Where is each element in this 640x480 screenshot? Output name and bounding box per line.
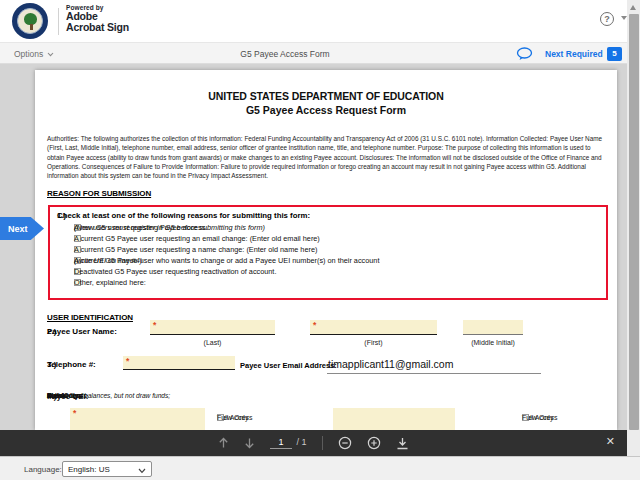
chevron-down-icon	[138, 467, 146, 476]
zoom-out-button[interactable]	[338, 436, 352, 450]
reason-required-highlight-box: 1.)Check at least one of the following r…	[48, 205, 608, 300]
required-asterisk: *	[126, 356, 129, 366]
reason-row-reactivation: Deactivated G5 Payee user requesting rea…	[74, 266, 600, 276]
required-asterisk: *	[153, 320, 156, 330]
required-asterisk: *	[73, 408, 76, 418]
brand-acrobat-sign: Acrobat Sign	[66, 22, 129, 33]
question-2-text: Payee User Name:	[47, 327, 117, 336]
question-3-text: Telephone #:	[47, 360, 96, 369]
reason-row-other: Other, explained here:	[74, 277, 600, 287]
seal-tree-trunk	[30, 24, 33, 30]
telephone-field[interactable]: *	[123, 356, 235, 370]
acrobat-sign-window: Powered by Adobe Acrobat Sign ? Options …	[0, 0, 640, 480]
close-button[interactable]: ✕	[606, 435, 615, 448]
scroll-up-arrow-icon[interactable]	[630, 5, 636, 10]
email-address-field[interactable]: timapplicant11@gmail.com	[328, 358, 453, 370]
reason-row-uei-change: A current G5 Payee user who wants to cha…	[74, 255, 600, 265]
last-name-field[interactable]: *	[150, 320, 275, 335]
full-access-desc: to draw funds.	[47, 392, 88, 399]
required-count-badge: 5	[607, 47, 622, 61]
page-total-label: / 1	[297, 437, 307, 447]
language-selected-value: English: US	[68, 465, 110, 474]
page-indicator: 1 / 1	[270, 437, 306, 449]
reason-row-email-change: A current G5 Payee user requesting an em…	[74, 233, 600, 243]
seal-inner-ring	[17, 8, 43, 34]
form-subtitle: G5 Payee Access Request Form	[35, 104, 617, 116]
language-select[interactable]: English: US	[62, 461, 152, 477]
reason-note: (New users must register in G5 before su…	[74, 223, 265, 232]
first-name-caption: (First)	[310, 339, 437, 346]
reason-text: A current G5 Payee user requesting a nam…	[74, 245, 317, 254]
pdf-controls-toolbar: 1 / 1 ✕	[0, 430, 627, 456]
document-toolbar: Options G5 Payee Access Form Next Requir…	[0, 42, 640, 64]
reason-text: Deactivated G5 Payee user requesting rea…	[74, 267, 276, 276]
reason-row-name-change: A current G5 Payee user requesting a nam…	[74, 244, 600, 254]
authorities-paragraph: Authorities: The following authorizes th…	[47, 134, 607, 180]
vertical-scrollbar[interactable]	[627, 0, 640, 456]
section-user-identification: USER IDENTIFICATION	[47, 313, 133, 322]
chat-bubble-icon[interactable]	[516, 47, 533, 65]
dept-of-education-seal-logo	[12, 3, 48, 39]
zoom-in-icon	[367, 436, 381, 450]
middle-initial-caption: (Middle Initial)	[455, 339, 531, 346]
full-access-label: Full Access	[522, 414, 557, 421]
language-bar: Language: English: US	[0, 456, 640, 480]
language-label: Language:	[24, 465, 62, 474]
page-number-input[interactable]: 1	[270, 437, 291, 449]
form-title: UNITED STATES DEPARTMENT OF EDUCATION	[35, 90, 617, 102]
previous-page-button[interactable]	[218, 437, 229, 449]
uei-field-2[interactable]	[333, 408, 455, 430]
section-reason-for-submission: REASON FOR SUBMISSION	[47, 189, 151, 198]
reason-text: Other, explained here:	[74, 278, 146, 287]
reason-row-new-user: A new G5 user requesting Payee access. (…	[74, 222, 600, 232]
required-asterisk: *	[313, 320, 316, 330]
reason-text: A current G5 Payee user requesting an em…	[74, 234, 320, 243]
arrow-up-icon	[218, 437, 229, 449]
header-divider	[58, 8, 59, 35]
arrow-down-icon	[244, 437, 255, 449]
pdf-page: UNITED STATES DEPARTMENT OF EDUCATION G5…	[35, 70, 617, 430]
scrollbar-thumb[interactable]	[629, 14, 639, 430]
uei-field-1[interactable]: *	[70, 408, 205, 430]
app-header: Powered by Adobe Acrobat Sign ?	[0, 0, 640, 42]
first-name-field[interactable]: *	[310, 320, 437, 335]
next-page-button[interactable]	[244, 437, 255, 449]
full-access-label: Full Access	[217, 414, 252, 421]
help-icon[interactable]: ?	[600, 12, 614, 26]
toolbar-divider	[322, 436, 323, 450]
download-button[interactable]	[396, 437, 409, 450]
next-required-button[interactable]: Next Required	[545, 49, 603, 59]
email-underline	[327, 373, 541, 374]
question-1-text: Check at least one of the following reas…	[57, 211, 310, 220]
middle-initial-field[interactable]	[463, 320, 523, 335]
document-viewport[interactable]: UNITED STATES DEPARTMENT OF EDUCATION G5…	[0, 64, 627, 430]
zoom-out-icon	[338, 436, 352, 450]
zoom-in-button[interactable]	[367, 436, 381, 450]
reason-note: (write UEI on line #4)	[74, 256, 142, 265]
document-title: G5 Payee Access Form	[0, 49, 570, 59]
adobe-brand-block: Powered by Adobe Acrobat Sign	[66, 4, 129, 33]
download-icon	[396, 437, 409, 450]
last-name-caption: (Last)	[150, 339, 275, 346]
email-address-label: Payee User Email Address:	[240, 361, 337, 370]
